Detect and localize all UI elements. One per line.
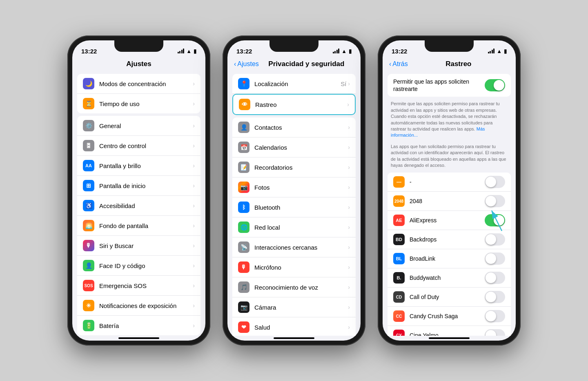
list-item-calendarios[interactable]: 📅 Calendarios ›	[232, 137, 356, 157]
toggle-dash[interactable]	[485, 176, 505, 188]
rastreo-icon: 👁	[239, 99, 250, 110]
list-item-reconocimiento[interactable]: 🎵 Reconocimiento de voz ›	[232, 277, 356, 297]
list-item-centro[interactable]: 🎛 Centro de control ›	[77, 136, 200, 156]
back-button-2[interactable]: ‹ Ajustes	[234, 60, 259, 68]
list-item-contactos[interactable]: 👤 Contactos ›	[232, 117, 356, 137]
toggle-thumb-callofduty	[486, 292, 496, 302]
list-item-recordatorios[interactable]: 📝 Recordatorios ›	[232, 157, 356, 177]
signal-icon-3	[488, 49, 495, 53]
allow-tracking-item[interactable]: Permitir que las apps soliciten rastrear…	[388, 74, 511, 97]
back-button-3[interactable]: ‹ Atrás	[389, 60, 408, 68]
app-item-broadlink[interactable]: BL BroadLink	[388, 249, 511, 268]
list-item-red[interactable]: 🌐 Red local ›	[232, 217, 356, 237]
app-buddywatch-icon: B.	[393, 272, 405, 284]
list-item-fondo[interactable]: 🌅 Fondo de pantalla ›	[77, 216, 200, 236]
contactos-label: Contactos	[254, 124, 348, 131]
list-2[interactable]: 📍 Localización Sí › 👁 Rastreo ›	[227, 71, 361, 336]
reconocimiento-label: Reconocimiento de voz	[254, 284, 348, 291]
app-dash-label: -	[410, 179, 485, 185]
camara-icon: 📷	[238, 301, 249, 313]
list-item-bluetooth[interactable]: ᛒ Bluetooth ›	[232, 197, 356, 217]
face-label: Face ID y código	[99, 262, 193, 269]
list-item-microfono[interactable]: 🎙 Micrófono ›	[232, 257, 356, 277]
list-item-accesibilidad[interactable]: ♿ Accesibilidad ›	[77, 196, 200, 216]
list-item-interacciones[interactable]: 📡 Interacciones cercanas ›	[232, 237, 356, 257]
app-item-aliexpress[interactable]: AE AliExpress	[388, 211, 511, 230]
interacciones-label: Interacciones cercanas	[254, 244, 348, 251]
app-cineyelmo-label: Cine Yelmo	[410, 332, 485, 336]
toggle-buddywatch[interactable]	[485, 272, 505, 284]
signal-icon-2	[333, 49, 340, 53]
list-item-inicio[interactable]: ⊞ Pantalla de inicio ›	[77, 176, 200, 196]
battery-icon-1: ▮	[194, 48, 196, 54]
list-item-pantalla[interactable]: AA Pantalla y brillo ›	[77, 156, 200, 176]
list-item-localizacion[interactable]: 📍 Localización Sí ›	[232, 74, 356, 94]
list-item-salud[interactable]: ❤ Salud ›	[232, 317, 356, 336]
sos-label: Emergencia SOS	[99, 282, 193, 289]
app-callofduty-label: Call of Duty	[410, 294, 485, 300]
fotos-label: Fotos	[254, 184, 348, 191]
app-candycrush-label: Candy Crush Saga	[410, 313, 485, 319]
list-item-bateria[interactable]: 🔋 Batería ›	[77, 316, 200, 335]
description-text-2: Las apps que han solicitado permiso para…	[391, 144, 506, 168]
app-item-cineyelmo[interactable]: CY Cine Yelmo	[388, 326, 511, 336]
list-1[interactable]: 🌙 Modos de concentración › ⏳ Tiempo de u…	[72, 71, 205, 336]
allow-tracking-toggle[interactable]	[485, 79, 505, 91]
phone-1-screen: 13:22 ▲ ▮ Ajustes 🌙 Modos	[72, 40, 205, 341]
general-icon: ⚙️	[83, 120, 94, 131]
time-3: 13:22	[392, 48, 407, 55]
face-icon: 👤	[83, 260, 94, 271]
app-item-2048[interactable]: 2048 2048	[388, 192, 511, 211]
list-item-concentration[interactable]: 🌙 Modos de concentración ›	[77, 74, 200, 94]
list-item-general[interactable]: ⚙️ General ›	[77, 116, 200, 136]
concentration-icon: 🌙	[83, 78, 94, 89]
toggle-2048[interactable]	[485, 195, 505, 207]
bateria-label: Batería	[99, 322, 193, 329]
recordatorios-icon: 📝	[238, 162, 249, 173]
rastreo-highlighted[interactable]: 👁 Rastreo ›	[232, 94, 356, 115]
app-aliexpress-icon: AE	[393, 215, 405, 226]
phone-2-screen: 13:22 ▲ ▮ ‹ Ajustes Privacidad y segurid…	[227, 40, 361, 341]
toggle-thumb-2048	[486, 196, 496, 206]
pantalla-icon: AA	[83, 160, 94, 171]
app-item-dash[interactable]: — -	[388, 173, 511, 192]
main-toggle-section: Permitir que las apps soliciten rastrear…	[388, 74, 511, 97]
list-item-camara[interactable]: 📷 Cámara ›	[232, 297, 356, 317]
time-2: 13:22	[236, 48, 252, 55]
app-item-backdrops[interactable]: BD Backdrops	[388, 230, 511, 249]
app-item-buddywatch[interactable]: B. Buddywatch	[388, 268, 511, 288]
toggle-cineyelmo[interactable]	[485, 329, 505, 336]
app-2048-label: 2048	[410, 198, 485, 204]
notch-1	[114, 40, 163, 52]
home-indicator-2	[274, 337, 314, 339]
toggle-backdrops[interactable]	[485, 233, 505, 246]
toggle-candycrush[interactable]	[485, 310, 505, 322]
localizacion-icon: 📍	[238, 78, 249, 89]
list-item-fotos[interactable]: 📷 Fotos ›	[232, 177, 356, 197]
list-item-expo[interactable]: ✳ Notificaciones de exposición ›	[77, 296, 200, 316]
list-item-sos[interactable]: SOS Emergencia SOS ›	[77, 276, 200, 296]
salud-label: Salud	[254, 324, 348, 331]
calendarios-icon: 📅	[238, 142, 249, 153]
list-item-tiempo[interactable]: ⏳ Tiempo de uso ›	[77, 94, 200, 113]
recordatorios-label: Recordatorios	[254, 164, 348, 171]
list-item-siri[interactable]: 🎙 Siri y Buscar ›	[77, 236, 200, 256]
app-buddywatch-label: Buddywatch	[410, 275, 485, 281]
page-title-3: Rastreo	[408, 60, 509, 68]
toggle-thumb-cineyelmo	[486, 330, 496, 336]
toggle-broadlink[interactable]	[485, 253, 505, 265]
phone-3-screen: 13:22 ▲ ▮ ‹ Atrás Rastreo	[383, 40, 516, 341]
list-item-face[interactable]: 👤 Face ID y código ›	[77, 256, 200, 276]
toggle-thumb-buddywatch	[486, 272, 496, 283]
app-item-callofduty[interactable]: CD Call of Duty	[388, 288, 511, 307]
toggle-callofduty[interactable]	[485, 291, 505, 303]
rastreo-label: Rastreo	[255, 101, 347, 108]
red-icon: 🌐	[238, 222, 249, 233]
app-list-section: — - 2048 2048 AE AliExpress	[388, 173, 511, 336]
list-3[interactable]: Permitir que las apps soliciten rastrear…	[383, 71, 516, 336]
list-item-rastreo[interactable]: 👁 Rastreo ›	[233, 95, 355, 114]
phone-3: 13:22 ▲ ▮ ‹ Atrás Rastreo	[378, 35, 521, 346]
app-item-candycrush[interactable]: CC Candy Crush Saga	[388, 307, 511, 326]
centro-label: Centro de control	[99, 142, 193, 149]
toggle-aliexpress[interactable]	[485, 214, 505, 226]
